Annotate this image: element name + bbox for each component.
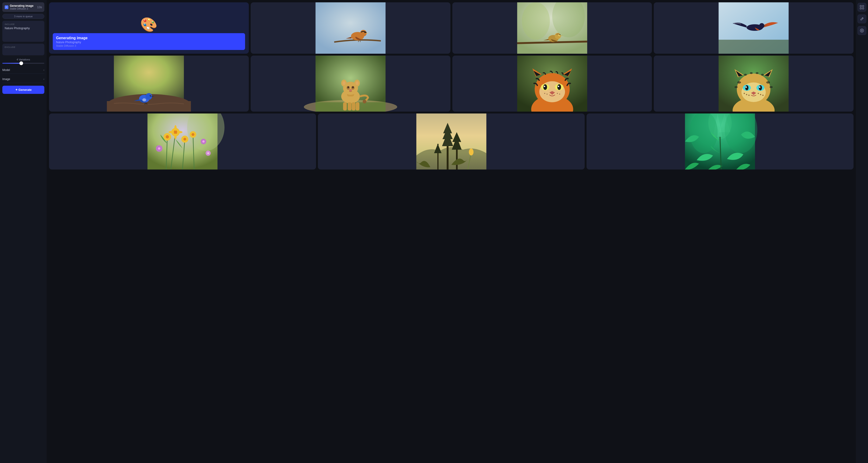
include-section[interactable]: Include Nature Photography [2, 21, 44, 42]
svg-point-7 [522, 2, 550, 40]
image-label: Image [2, 78, 10, 81]
image-bird-1[interactable] [251, 2, 451, 54]
queue-badge: 3 more in queue [2, 14, 44, 19]
svg-point-97 [174, 130, 177, 134]
svg-point-62 [547, 94, 547, 95]
svg-point-83 [759, 86, 761, 88]
svg-point-42 [348, 87, 349, 88]
svg-point-72 [770, 86, 773, 88]
svg-point-111 [203, 140, 205, 143]
svg-point-23 [150, 95, 151, 96]
svg-rect-125 [860, 5, 862, 7]
svg-point-61 [544, 93, 545, 94]
generating-info: Generating image Stable Diffusion 3 [10, 4, 33, 10]
svg-point-81 [759, 85, 762, 90]
svg-point-58 [557, 84, 561, 90]
model-chevron: ‹ [43, 68, 44, 72]
generating-timer: 13s [37, 5, 42, 9]
svg-point-106 [168, 131, 174, 133]
include-label: Include [5, 23, 42, 26]
svg-point-73 [744, 74, 747, 75]
svg-rect-45 [343, 102, 347, 111]
svg-point-99 [183, 138, 186, 141]
svg-point-101 [166, 135, 169, 138]
palette-icon: 🎨 [140, 17, 158, 33]
exclude-label: Exclude [5, 46, 42, 48]
model-label: Model [2, 68, 10, 72]
list-view-button[interactable] [858, 26, 866, 35]
image-lion-cub[interactable] [251, 56, 451, 112]
generating-overlay: Generating image Nature Photography Stab… [53, 33, 245, 50]
svg-point-119 [469, 149, 473, 155]
svg-rect-127 [860, 8, 862, 9]
image-flowers[interactable] [49, 114, 316, 169]
grid-view-button[interactable] [858, 3, 866, 12]
generating-header-left: ✏ Generating image Stable Diffusion 3 [5, 4, 33, 10]
svg-point-87 [758, 93, 759, 94]
right-toolbar [856, 0, 868, 463]
image-sunset-trees[interactable] [318, 114, 585, 169]
svg-point-59 [544, 86, 545, 87]
pencil-icon: ✏ [5, 5, 8, 9]
overlay-title: Generating image [56, 36, 242, 40]
svg-point-88 [760, 94, 761, 95]
svg-rect-128 [862, 8, 864, 9]
svg-point-13 [559, 34, 560, 35]
svg-point-37 [356, 81, 359, 85]
svg-rect-15 [719, 40, 788, 54]
slider-thumb[interactable] [19, 61, 23, 65]
image-green-forest[interactable] [587, 114, 854, 169]
svg-rect-47 [352, 102, 355, 111]
svg-point-24 [151, 95, 151, 96]
image-tiger[interactable] [452, 56, 652, 112]
image-chevron: ‹ [43, 78, 44, 81]
svg-point-107 [177, 131, 183, 133]
svg-point-82 [745, 86, 747, 88]
svg-point-64 [559, 94, 560, 95]
svg-point-43 [353, 87, 353, 88]
svg-point-80 [745, 85, 748, 90]
exclude-section[interactable]: Exclude [2, 44, 44, 55]
row-3 [49, 114, 854, 169]
generating-header: ✏ Generating image Stable Diffusion 3 13… [2, 2, 44, 12]
svg-point-70 [735, 86, 738, 88]
svg-point-25 [143, 98, 146, 101]
variations-section: 4 Variations [2, 57, 44, 65]
svg-point-57 [543, 84, 547, 90]
generating-title: Generating image [10, 4, 33, 7]
image-blue-bird[interactable] [49, 56, 249, 112]
svg-rect-20 [107, 101, 191, 112]
svg-point-105 [174, 133, 177, 139]
generating-placeholder: 🎨 Generating image Nature Photography St… [49, 2, 249, 54]
edit-button[interactable] [858, 14, 866, 23]
svg-rect-48 [356, 102, 360, 111]
svg-point-60 [558, 86, 559, 87]
svg-point-86 [748, 95, 750, 96]
overlay-sub: Nature Photography [56, 41, 242, 44]
svg-point-75 [756, 72, 758, 74]
image-bird-3[interactable] [654, 2, 854, 54]
svg-point-89 [763, 95, 764, 96]
model-row[interactable]: Model ‹ [2, 66, 44, 74]
row-1: 🎨 Generating image Nature Photography St… [49, 2, 854, 54]
svg-point-36 [343, 81, 345, 85]
svg-point-49 [363, 100, 366, 103]
svg-rect-0 [315, 2, 385, 54]
svg-point-17 [759, 23, 764, 28]
image-row[interactable]: Image ‹ [2, 75, 44, 83]
svg-point-3 [364, 32, 366, 33]
svg-rect-126 [862, 5, 864, 7]
variations-slider[interactable] [2, 63, 44, 64]
overlay-model: Stable Diffusion 3 [56, 44, 242, 47]
image-bird-2[interactable] [452, 2, 652, 54]
image-leopard[interactable] [654, 56, 854, 112]
row-2 [49, 56, 854, 112]
svg-point-84 [744, 93, 745, 94]
generating-subtitle: Stable Diffusion 3 [10, 7, 33, 10]
svg-point-109 [158, 147, 160, 150]
include-text[interactable]: Nature Photography [5, 26, 42, 30]
generate-button[interactable]: ✦ Generate [2, 86, 44, 94]
svg-point-103 [192, 133, 194, 136]
main-content: 🎨 Generating image Nature Photography St… [47, 0, 856, 463]
svg-point-76 [761, 74, 764, 75]
